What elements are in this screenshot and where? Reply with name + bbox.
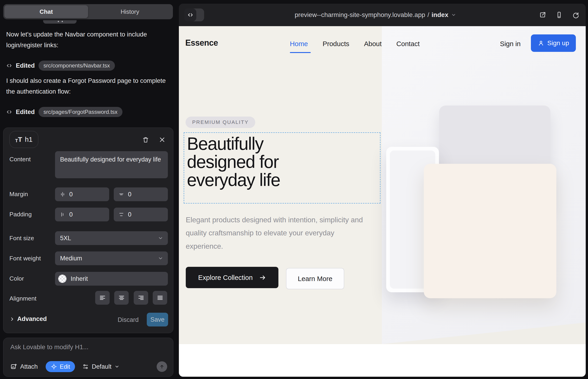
decor-card-cream [424, 164, 556, 298]
chat-composer: Attach Edit Default [3, 338, 173, 377]
sign-in-link[interactable]: Sign in [500, 40, 521, 48]
scrolled-chip-fragment [43, 20, 77, 24]
element-tag: h1 [25, 136, 32, 143]
open-external-button[interactable] [539, 11, 546, 19]
delete-element-button[interactable] [140, 134, 151, 145]
arrow-up-icon [159, 364, 165, 369]
mode-select[interactable]: Default [82, 363, 120, 370]
padding-label: Padding [9, 211, 32, 218]
align-right-icon [138, 294, 144, 301]
refresh-button[interactable] [572, 11, 579, 19]
discard-button[interactable]: Discard [118, 316, 139, 323]
assistant-message: I should also create a Forgot Password p… [6, 75, 167, 97]
save-button[interactable]: Save [147, 313, 168, 327]
premium-quality-badge: PREMIUM QUALITY [186, 117, 255, 128]
selected-element-outline[interactable]: Beautifully designed for everyday life [184, 132, 380, 204]
nav-link-products[interactable]: Products [323, 40, 349, 48]
padding-x-icon [60, 211, 66, 218]
chevron-right-icon [9, 316, 15, 322]
chevron-down-icon [158, 235, 163, 241]
url-page: index [432, 11, 448, 19]
url-bar[interactable]: preview--charming-site-symphony.lovable.… [206, 4, 544, 26]
align-center-button[interactable] [114, 291, 129, 305]
code-icon [187, 12, 193, 18]
content-input[interactable]: Beautifully designed for everyday life [55, 151, 168, 178]
color-label: Color [9, 275, 24, 282]
external-link-icon [539, 11, 546, 19]
target-icon [51, 363, 57, 370]
code-preview-toggle[interactable] [184, 8, 204, 21]
hero-heading: Beautifully designed for everyday life [187, 135, 380, 189]
close-panel-button[interactable] [157, 134, 168, 145]
attach-button[interactable]: Attach [10, 363, 38, 370]
align-left-icon [99, 294, 106, 301]
sign-up-button[interactable]: Sign up [531, 34, 576, 52]
refresh-icon [572, 11, 579, 19]
code-toggle-knob [184, 8, 196, 21]
edited-file-row: Edited src/components/Navbar.tsx [6, 60, 115, 71]
edited-file-row: Edited src/pages/ForgotPassword.tsx [6, 107, 123, 117]
align-justify-button[interactable] [153, 291, 167, 305]
content-label: Content [9, 156, 31, 163]
nav-link-home[interactable]: Home [290, 40, 308, 48]
user-icon [538, 40, 544, 46]
learn-more-button[interactable]: Learn More [286, 268, 344, 289]
site-nav: Home Products About Contact [290, 40, 420, 48]
margin-x-icon [60, 191, 66, 197]
trash-icon [142, 136, 149, 143]
preview-window: preview--charming-site-symphony.lovable.… [179, 4, 586, 377]
send-button[interactable] [157, 361, 167, 372]
code-icon [6, 109, 12, 115]
advanced-toggle[interactable]: Advanced [9, 316, 47, 323]
arrow-right-icon [259, 274, 266, 281]
align-justify-icon [157, 294, 164, 301]
assistant-message: Now let's update the Navbar component to… [6, 29, 167, 51]
site-canvas: Essence Home Products About Contact Sign… [179, 26, 586, 377]
margin-y-input[interactable]: 0 [114, 188, 168, 201]
margin-x-input[interactable]: 0 [55, 188, 109, 201]
sliders-icon [82, 363, 89, 370]
composer-toolbar: Attach Edit Default [10, 361, 167, 372]
margin-y-icon [118, 191, 124, 197]
app-root: Chat History Now let's update the Navbar… [0, 0, 588, 379]
font-weight-select[interactable]: Medium [55, 252, 168, 265]
url-separator: / [428, 11, 429, 19]
padding-x-input[interactable]: 0 [55, 208, 109, 221]
chevron-down-icon [114, 364, 120, 369]
padding-y-icon [118, 211, 124, 218]
tab-chat[interactable]: Chat [4, 5, 88, 18]
active-nav-underline [290, 52, 311, 53]
font-size-select[interactable]: 5XL [55, 231, 168, 245]
file-chip[interactable]: src/pages/ForgotPassword.tsx [39, 107, 123, 117]
explore-collection-button[interactable]: Explore Collection [186, 267, 279, 288]
align-left-button[interactable] [95, 291, 110, 305]
padding-y-input[interactable]: 0 [114, 208, 168, 221]
edit-mode-pill[interactable]: Edit [46, 361, 75, 372]
typography-icon: TT [15, 136, 22, 143]
composer-input[interactable] [10, 344, 166, 359]
margin-label: Margin [9, 191, 28, 198]
color-select[interactable]: Inherit [55, 272, 168, 286]
font-size-label: Font size [9, 235, 34, 242]
edited-label: Edited [16, 109, 35, 116]
chevron-down-icon [451, 12, 456, 17]
close-icon [159, 137, 165, 143]
url-host: preview--charming-site-symphony.lovable.… [295, 11, 425, 19]
device-preview-button[interactable] [556, 11, 563, 19]
image-plus-icon [10, 363, 17, 370]
font-weight-label: Font weight [9, 255, 41, 262]
file-chip[interactable]: src/components/Navbar.tsx [39, 61, 115, 71]
selected-element-chip: TT h1 [9, 131, 38, 148]
align-right-button[interactable] [134, 291, 148, 305]
nav-link-contact[interactable]: Contact [396, 40, 420, 48]
browser-actions [539, 4, 579, 26]
nav-link-about[interactable]: About [364, 40, 382, 48]
align-center-icon [118, 294, 125, 301]
element-editor-panel: TT h1 Content Beautifully designed for e… [3, 127, 173, 333]
smartphone-icon [556, 11, 563, 19]
color-swatch [58, 275, 66, 283]
chevron-down-icon [158, 255, 163, 261]
tab-history[interactable]: History [88, 5, 172, 18]
site-logo[interactable]: Essence [185, 38, 218, 48]
alignment-label: Alignment [9, 295, 36, 302]
